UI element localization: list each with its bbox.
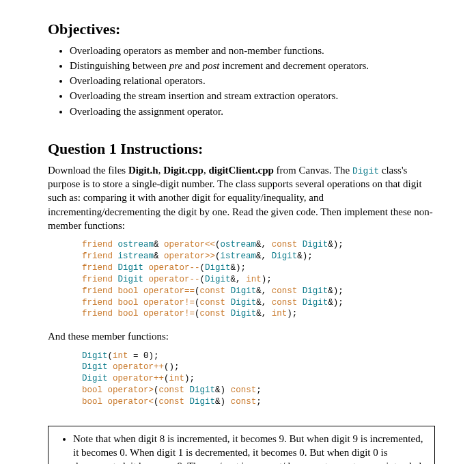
objective-item: Overloading the stream insertion and str… xyxy=(70,89,435,103)
file-name: digitClient.cpp xyxy=(208,165,273,176)
objective-item: Overloading relational operators. xyxy=(70,74,435,87)
class-name-code: Digit xyxy=(352,166,379,176)
emphasis-post: post xyxy=(202,60,219,71)
text: and xyxy=(182,60,202,71)
objective-item: Overloading the assignment operator. xyxy=(70,105,435,118)
emphasis-pre: pre xyxy=(169,60,182,71)
objective-item: Overloading operators as member and non-… xyxy=(70,44,435,57)
member-functions-code: Digit(int = 0); Digit operator++(); Digi… xyxy=(82,351,435,408)
question1-intro: Download the files Digit.h, Digit.cpp, d… xyxy=(48,163,435,233)
file-name: Digit.cpp xyxy=(163,165,204,176)
objectives-heading: Objectives: xyxy=(48,19,435,40)
note-box: Note that when digit 8 is incremented, i… xyxy=(48,426,435,464)
text: Download the files xyxy=(48,165,128,176)
text: increment and decrement operators. xyxy=(219,60,369,71)
file-name: Digit.h xyxy=(128,165,158,176)
member-functions-intro: And these member functions: xyxy=(48,329,435,343)
text: Distinguishing between xyxy=(70,60,169,71)
text: from Canvas. The xyxy=(274,165,352,176)
objectives-list: Overloading operators as member and non-… xyxy=(48,44,435,118)
document-page: Objectives: Overloading operators as mem… xyxy=(0,0,476,464)
note-text: Note that when digit 8 is incremented, i… xyxy=(73,432,428,464)
question1-heading: Question 1 Instructions: xyxy=(48,139,435,159)
nonmember-functions-code: friend ostream& operator<<(ostream&, con… xyxy=(82,239,435,320)
objective-item: Distinguishing between pre and post incr… xyxy=(70,59,435,72)
